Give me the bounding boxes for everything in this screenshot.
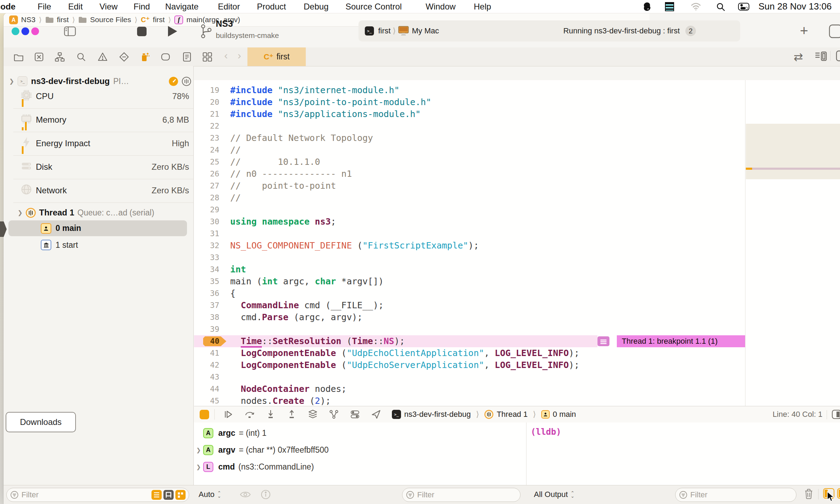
filter-recent-toggle[interactable] bbox=[175, 490, 186, 500]
code-line-23[interactable]: 23// Default Network Topology bbox=[194, 132, 745, 144]
console-output-popup[interactable]: All Output ⌃⌄ bbox=[534, 485, 575, 504]
stack-frame-0[interactable]: 0 main bbox=[8, 220, 187, 236]
toggle-navigator-icon[interactable] bbox=[64, 26, 76, 36]
thread-row[interactable]: ❯ Thread 1 Queue: c…ad (serial) bbox=[4, 206, 193, 219]
gauge-row-disk[interactable]: DiskZero KB/s bbox=[4, 156, 193, 179]
menu-item-source-control[interactable]: Source Control bbox=[345, 0, 402, 13]
view-hierarchy-button[interactable] bbox=[308, 409, 318, 420]
line-number[interactable]: 39 bbox=[194, 323, 219, 335]
code-line-20[interactable]: 20#include "ns3/point-to-point-module.h" bbox=[194, 96, 745, 108]
menu-item-view[interactable]: View bbox=[99, 0, 118, 13]
line-number[interactable]: 24 bbox=[194, 144, 219, 156]
line-number[interactable]: 35 bbox=[194, 276, 219, 287]
quicklook-eye-icon[interactable] bbox=[240, 490, 251, 499]
scheme-project-name[interactable]: NS3 bbox=[216, 19, 233, 29]
menu-item-navigate[interactable]: Navigate bbox=[165, 0, 199, 13]
chevron-down-icon[interactable]: ❯ bbox=[9, 78, 14, 85]
environment-overrides-button[interactable] bbox=[350, 409, 360, 420]
minimap-viewport[interactable] bbox=[746, 124, 840, 179]
gauge-row-memory[interactable]: Memory6,8 MB bbox=[4, 109, 193, 132]
info-icon[interactable] bbox=[261, 490, 271, 499]
stack-frame-1[interactable]: 1 start bbox=[8, 238, 187, 252]
jumpbar-segment[interactable]: C⁺first bbox=[141, 15, 165, 24]
find-navigator-icon[interactable] bbox=[76, 52, 86, 62]
line-number[interactable]: 29 bbox=[194, 204, 219, 216]
code-line-36[interactable]: 36{ bbox=[194, 287, 745, 299]
code-line-38[interactable]: 38 cmd.Parse (argc, argv); bbox=[194, 311, 745, 323]
minimap[interactable] bbox=[745, 80, 840, 406]
step-over-button[interactable] bbox=[244, 409, 255, 420]
add-tab-button[interactable]: + bbox=[800, 23, 808, 39]
code-line-41[interactable]: 41 LogComponentEnable ("UdpEchoClientApp… bbox=[194, 347, 745, 359]
library-button[interactable] bbox=[829, 24, 840, 38]
code-line-19[interactable]: 19#include "ns3/internet-module.h" bbox=[194, 84, 745, 96]
report-navigator-icon[interactable] bbox=[182, 52, 192, 62]
gauge-row-energy[interactable]: Energy ImpactHigh bbox=[4, 132, 193, 156]
line-number[interactable]: 26 bbox=[194, 168, 219, 180]
code-line-30[interactable]: 30using namespace ns3; bbox=[194, 216, 745, 228]
menu-item-window[interactable]: Window bbox=[426, 0, 455, 13]
code-line-44[interactable]: 44 NodeContainer nodes; bbox=[194, 383, 745, 395]
code-line-39[interactable]: 39 bbox=[194, 323, 745, 335]
tab-first[interactable]: C⁺ first bbox=[247, 47, 306, 66]
console-view[interactable] bbox=[526, 422, 840, 485]
code-line-31[interactable]: 31 bbox=[194, 228, 745, 240]
add-editor-icon[interactable] bbox=[836, 50, 840, 62]
code-line-29[interactable]: 29 bbox=[194, 204, 745, 216]
code-line-32[interactable]: 32NS_LOG_COMPONENT_DEFINE ("FirstScriptE… bbox=[194, 240, 745, 252]
code-line-43[interactable]: 43 bbox=[194, 371, 745, 383]
line-number[interactable]: 45 bbox=[194, 395, 219, 407]
variable-row-cmd[interactable]: ❯Lcmd(ns3::CommandLine) bbox=[194, 458, 526, 475]
line-number[interactable]: 28 bbox=[194, 192, 219, 204]
control-center-icon[interactable] bbox=[738, 3, 749, 11]
issue-navigator-icon[interactable] bbox=[97, 52, 108, 62]
jumpbar-segment[interactable]: Source Files bbox=[78, 15, 131, 24]
menu-item-edit[interactable]: Edit bbox=[68, 0, 83, 13]
line-number[interactable]: 19 bbox=[194, 84, 219, 96]
line-number[interactable]: 25 bbox=[194, 156, 219, 168]
menu-app-title[interactable]: Xcode bbox=[0, 0, 15, 13]
menu-item-editor[interactable]: Editor bbox=[218, 0, 240, 13]
code-line-28[interactable]: 28// bbox=[194, 192, 745, 204]
code-line-37[interactable]: 37 CommandLine cmd (__FILE__); bbox=[194, 299, 745, 311]
editor-options-icon[interactable] bbox=[815, 51, 827, 62]
menu-item-find[interactable]: Find bbox=[134, 0, 150, 13]
window-close-button[interactable] bbox=[12, 27, 19, 35]
line-number[interactable]: 21 bbox=[194, 108, 219, 120]
source-control-navigator-icon[interactable] bbox=[34, 52, 44, 62]
line-number[interactable]: 36 bbox=[194, 287, 219, 299]
menu-item-product[interactable]: Product bbox=[257, 0, 286, 13]
line-number[interactable]: 37 bbox=[194, 299, 219, 311]
variables-scope-popup[interactable]: Auto ⌃⌄ bbox=[199, 485, 221, 504]
destination-name[interactable]: My Mac bbox=[412, 26, 439, 35]
line-number[interactable]: 34 bbox=[194, 264, 219, 276]
code-line-45[interactable]: 45 nodes.Create (2); bbox=[194, 395, 745, 407]
line-number[interactable]: 31 bbox=[194, 228, 219, 240]
debug-breadcrumb[interactable]: >_ ns3-dev-first-debug ⟩ Thread 1 ⟩ 0 ma… bbox=[392, 406, 576, 422]
window-zoom-button[interactable] bbox=[31, 27, 39, 35]
code-review-icon[interactable]: ⇄ bbox=[794, 50, 803, 64]
scheme-name[interactable]: first bbox=[378, 26, 390, 35]
code-line-35[interactable]: 35main (int argc, char *argv[]) bbox=[194, 276, 745, 287]
code-line-24[interactable]: 24// bbox=[194, 144, 745, 156]
show-all-tabs-icon[interactable] bbox=[202, 52, 213, 62]
breadcrumb-process[interactable]: ns3-dev-first-debug bbox=[404, 410, 471, 419]
console-filter-field[interactable]: Filter bbox=[675, 488, 796, 502]
breakpoint-menu-icon[interactable] bbox=[597, 336, 609, 346]
code-line-42[interactable]: 42 LogComponentEnable ("UdpEchoServerApp… bbox=[194, 359, 745, 371]
forward-button[interactable]: › bbox=[238, 50, 241, 62]
line-number[interactable]: 33 bbox=[194, 252, 219, 264]
step-into-button[interactable] bbox=[265, 409, 276, 420]
run-button[interactable] bbox=[168, 26, 177, 37]
thread-view-toggle-icon[interactable] bbox=[182, 77, 191, 86]
line-number[interactable]: 22 bbox=[194, 120, 219, 132]
code-line-26[interactable]: 26// n0 -------------- n1 bbox=[194, 168, 745, 180]
step-out-button[interactable] bbox=[286, 409, 297, 420]
test-navigator-icon[interactable] bbox=[119, 52, 129, 62]
code-line-33[interactable]: 33 bbox=[194, 252, 745, 264]
window-minimize-button[interactable] bbox=[21, 27, 29, 35]
debug-navigator-icon[interactable] bbox=[139, 52, 150, 62]
line-number[interactable]: 32 bbox=[194, 240, 219, 252]
navigator-filter-field[interactable]: Filter bbox=[6, 488, 189, 502]
chevron-down-icon[interactable]: ❯ bbox=[18, 209, 22, 217]
